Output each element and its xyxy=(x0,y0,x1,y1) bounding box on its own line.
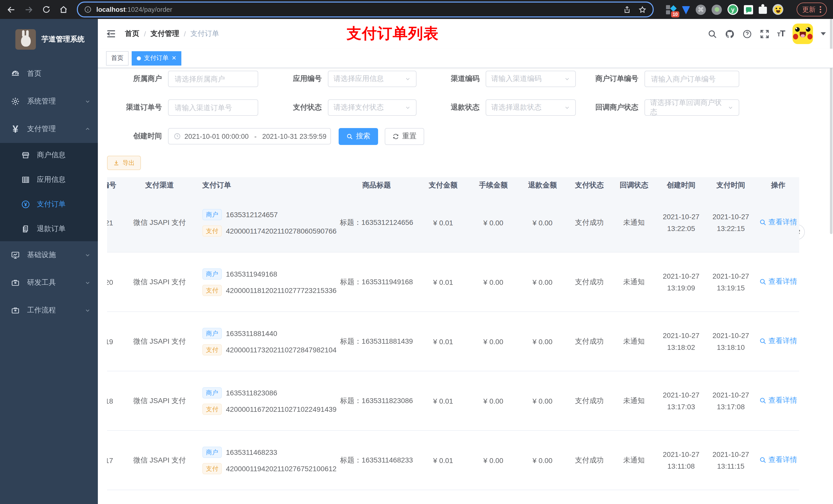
table-row[interactable]: 19微信 JSAPI 支付商户1635311881440支付4200001173… xyxy=(107,312,799,371)
sidebar-subitem-支付订单[interactable]: 支付订单 xyxy=(0,192,98,217)
share-icon[interactable] xyxy=(623,5,631,14)
y-extension-icon[interactable]: y xyxy=(728,4,738,15)
view-detail-link[interactable]: 查看详情 xyxy=(759,337,797,346)
filter-select-回调商户状态[interactable]: 请选择订单回调商户状态 xyxy=(644,99,739,116)
devtools-extension-icon[interactable]: 10 xyxy=(666,4,676,15)
browser-update-button[interactable]: 更新 xyxy=(796,3,827,16)
emoji-extension-icon[interactable] xyxy=(772,4,783,15)
sidebar-menu: 首页系统管理¥支付管理商户信息应用信息支付订单退款订单基础设施研发工具工作流程 xyxy=(0,60,98,324)
url-bar[interactable]: localhost:1024/pay/order xyxy=(77,2,654,18)
filter-select-渠道编码[interactable]: 请输入渠道编码 xyxy=(486,71,576,87)
browser-forward-icon[interactable] xyxy=(24,4,34,15)
filter-input-渠道订单号[interactable] xyxy=(168,99,258,116)
table-row[interactable]: 17微信 JSAPI 支付商户1635311468233支付4200001194… xyxy=(107,431,799,490)
pay-order-line: 支付4200001194202110276752100612 xyxy=(203,463,336,474)
reset-button[interactable]: 重置 xyxy=(385,128,424,145)
filter-select-支付状态[interactable]: 请选择支付状态 xyxy=(328,99,416,116)
filter-input-field[interactable] xyxy=(174,74,253,83)
cell-create-time: 2021-10-2713:19:09 xyxy=(656,270,706,294)
cell-notify-status: 未通知 xyxy=(612,337,656,346)
view-detail-link[interactable]: 查看详情 xyxy=(759,218,797,227)
chevron-down-icon xyxy=(728,104,734,111)
table-row[interactable]: 20微信 JSAPI 支付商户1635311949168支付4200001181… xyxy=(107,253,799,312)
browser-back-icon[interactable] xyxy=(6,4,16,15)
filter-input-所属商户[interactable] xyxy=(168,71,258,87)
tag-首页[interactable]: 首页 xyxy=(106,51,128,65)
url-text[interactable]: localhost:1024/pay/order xyxy=(96,6,172,13)
sidebar-item-2[interactable]: 系统管理 xyxy=(0,88,98,115)
create-time-range-input[interactable]: 2021-10-01 00:00:00 - 2021-10-31 23:59:5… xyxy=(168,128,331,144)
date-end[interactable]: 2021-10-31 23:59:59 xyxy=(262,133,327,140)
tag-close-icon[interactable]: ✕ xyxy=(172,55,176,61)
sidebar-item-6[interactable]: 工作流程 xyxy=(0,296,98,324)
merchant-order-line: 商户1635311881440 xyxy=(203,328,336,339)
cell-pay-status: 支付成功 xyxy=(567,218,612,227)
cell-fee: ¥ 0.00 xyxy=(469,278,518,286)
sidebar-subitem-商户信息[interactable]: 商户信息 xyxy=(0,143,98,167)
sidebar-subitem-应用信息[interactable]: 应用信息 xyxy=(0,167,98,192)
browser-home-icon[interactable] xyxy=(58,4,69,15)
cell-refund: ¥ 0.00 xyxy=(518,218,567,226)
bookmark-star-icon[interactable] xyxy=(638,5,646,14)
download-icon xyxy=(113,160,119,166)
avatar-caret-icon[interactable] xyxy=(821,32,826,35)
export-button[interactable]: 导出 xyxy=(107,156,141,170)
github-icon[interactable] xyxy=(725,29,735,39)
export-button-label: 导出 xyxy=(122,159,135,167)
chevron-down-icon xyxy=(564,76,570,82)
tag-支付订单[interactable]: 支付订单✕ xyxy=(132,51,181,65)
sidebar-item-1[interactable]: 首页 xyxy=(0,60,98,88)
sidebar-logo[interactable]: 芋道管理系统 xyxy=(0,19,98,60)
cell-pay-order: 商户1635311949168支付42000011812021102777232… xyxy=(195,268,336,296)
breadcrumb-item[interactable]: 支付管理 xyxy=(151,29,179,39)
cell-amount: ¥ 0.01 xyxy=(418,218,469,226)
filter-input-field[interactable] xyxy=(174,103,253,112)
search-button[interactable]: 搜索 xyxy=(339,128,378,145)
view-detail-link[interactable]: 查看详情 xyxy=(759,277,797,286)
view-detail-label: 查看详情 xyxy=(768,396,797,405)
col-header-支付金额: 支付金额 xyxy=(418,181,469,190)
filter-input-field[interactable] xyxy=(650,74,734,83)
sidebar-subitem-label: 商户信息 xyxy=(37,150,66,160)
cell-notify-status: 未通知 xyxy=(612,456,656,465)
sidebar-item-3[interactable]: ¥支付管理 xyxy=(0,115,98,143)
chat-extension-icon[interactable] xyxy=(744,5,753,14)
help-icon[interactable] xyxy=(742,29,752,39)
avatar[interactable] xyxy=(792,24,813,44)
cell-title: 标题：1635312124656 xyxy=(336,218,418,227)
filter-input-商户订单编号[interactable] xyxy=(644,71,739,87)
filter-field-渠道订单号: 渠道订单号 xyxy=(107,99,258,116)
gem-extension-icon[interactable] xyxy=(682,6,690,14)
site-info-icon[interactable] xyxy=(84,6,92,13)
top-navbar: 首页/支付管理/支付订单 支付订单列表 TT xyxy=(98,19,833,49)
recorder-extension-icon[interactable] xyxy=(712,4,722,15)
cell-create-time: 2021-10-2713:22:05 xyxy=(656,211,706,234)
sidebar-subitem-退款订单[interactable]: 退款订单 xyxy=(0,217,98,241)
select-placeholder: 请选择退款状态 xyxy=(491,103,542,112)
cell-fee: ¥ 0.00 xyxy=(469,218,518,226)
extensions-puzzle-icon[interactable] xyxy=(759,7,767,14)
sidebar-item-4[interactable]: 基础设施 xyxy=(0,241,98,269)
col-header-支付状态: 支付状态 xyxy=(567,181,612,190)
browser-reload-icon[interactable] xyxy=(41,4,51,15)
cell-channel: 微信 JSAPI 支付 xyxy=(124,278,195,287)
date-start[interactable]: 2021-10-01 00:00:00 xyxy=(185,133,249,140)
fullscreen-icon[interactable] xyxy=(760,29,769,39)
breadcrumb-item[interactable]: 首页 xyxy=(125,29,139,39)
search-icon[interactable] xyxy=(708,29,717,39)
hamburger-icon[interactable] xyxy=(106,29,116,39)
command-extension-icon[interactable]: ⌘ xyxy=(696,4,706,15)
filter-select-应用编号[interactable]: 请选择应用信息 xyxy=(328,71,416,87)
filter-select-退款状态[interactable]: 请选择退款状态 xyxy=(486,99,576,116)
view-detail-link[interactable]: 查看详情 xyxy=(759,455,797,464)
sidebar-item-5[interactable]: 研发工具 xyxy=(0,269,98,296)
chevron-up-icon xyxy=(85,126,91,132)
font-size-icon[interactable]: TT xyxy=(777,29,785,39)
table-row[interactable]: 商户1635311951796 xyxy=(107,490,799,504)
cell-pay-time: 2021-10-2713:18:10 xyxy=(706,330,756,353)
view-detail-link[interactable]: 查看详情 xyxy=(759,396,797,405)
browser-menu-icon[interactable] xyxy=(820,6,821,13)
sidebar-subitem-label: 支付订单 xyxy=(37,200,66,209)
table-row[interactable]: 21微信 JSAPI 支付商户1635312124657支付4200001174… xyxy=(107,193,799,253)
table-row[interactable]: 18微信 JSAPI 支付商户1635311823086支付4200001167… xyxy=(107,371,799,431)
